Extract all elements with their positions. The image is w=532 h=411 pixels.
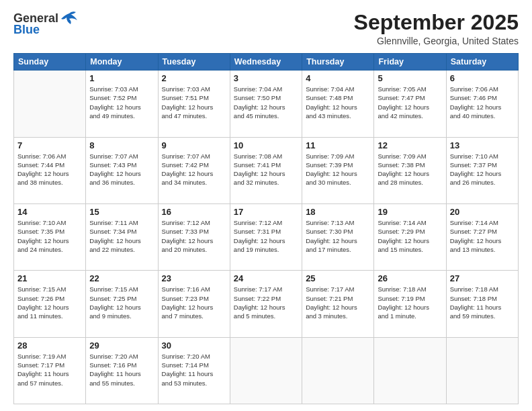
day-info-line: Daylight: 12 hours [234,170,285,177]
day-info-line: Daylight: 11 hours [450,304,502,311]
table-row: 22Sunrise: 7:15 AMSunset: 7:25 PMDayligh… [86,271,158,337]
day-info-line: Sunrise: 7:20 AM [162,353,210,360]
day-info-line: Sunrise: 7:17 AM [306,285,354,293]
day-info-line: Sunset: 7:44 PM [17,161,64,169]
day-info-line: Daylight: 12 hours [17,304,69,311]
day-info-line: Daylight: 11 hours [162,370,214,377]
day-number: 2 [162,73,226,83]
day-info-line: Sunset: 7:22 PM [234,295,281,302]
day-info-line: Sunset: 7:48 PM [306,94,353,101]
day-info-line: Sunset: 7:46 PM [450,94,497,101]
table-row [446,337,518,404]
day-info-line: Sunrise: 7:10 AM [17,219,66,226]
table-row: 26Sunrise: 7:18 AMSunset: 7:19 PMDayligh… [374,271,446,337]
day-info-line: Daylight: 12 hours [162,304,214,311]
day-info-line: Sunset: 7:38 PM [378,161,425,169]
table-row: 18Sunrise: 7:13 AMSunset: 7:30 PMDayligh… [302,203,374,270]
day-number: 12 [378,140,442,150]
table-row: 19Sunrise: 7:14 AMSunset: 7:29 PMDayligh… [374,203,446,270]
day-info-line: Sunset: 7:16 PM [89,361,136,369]
day-info-line: Sunrise: 7:14 AM [378,219,426,226]
day-number: 29 [89,340,154,351]
day-info-line: and 24 minutes. [17,246,63,253]
day-info-line: Sunrise: 7:12 AM [234,219,282,226]
day-info-line: Daylight: 12 hours [450,170,502,177]
day-number: 20 [450,207,515,217]
day-info-line: Sunset: 7:27 PM [450,228,497,235]
col-friday: Friday [374,54,446,71]
day-info-line: Sunset: 7:50 PM [234,94,281,101]
col-sunday: Sunday [14,54,86,71]
table-row: 20Sunrise: 7:14 AMSunset: 7:27 PMDayligh… [446,203,518,270]
day-number: 4 [306,73,370,83]
logo-blue-text: Blue [13,23,40,37]
day-number: 10 [234,140,298,150]
day-info-line: and 1 minute. [378,312,416,320]
table-row: 5Sunrise: 7:05 AMSunset: 7:47 PMDaylight… [374,71,446,137]
day-info: Sunrise: 7:04 AMSunset: 7:50 PMDaylight:… [234,85,298,120]
table-row: 25Sunrise: 7:17 AMSunset: 7:21 PMDayligh… [302,271,374,337]
day-info-line: and 57 minutes. [17,379,63,387]
logo-bird-icon [60,11,79,26]
day-info-line: Daylight: 12 hours [234,103,285,111]
day-info: Sunrise: 7:07 AMSunset: 7:43 PMDaylight:… [89,152,154,187]
logo: General Blue [13,11,79,37]
day-info-line: Daylight: 11 hours [17,370,69,377]
day-info-line: Sunrise: 7:20 AM [89,353,138,360]
table-row: 11Sunrise: 7:09 AMSunset: 7:39 PMDayligh… [302,137,374,203]
day-info-line: and 26 minutes. [450,179,496,186]
day-info-line: Daylight: 12 hours [89,103,141,111]
day-info-line: Daylight: 12 hours [89,237,141,244]
day-info-line: Daylight: 12 hours [450,237,502,244]
day-info-line: Sunrise: 7:07 AM [162,152,210,160]
table-row: 30Sunrise: 7:20 AMSunset: 7:14 PMDayligh… [158,337,230,404]
day-number: 8 [89,140,154,150]
day-info: Sunrise: 7:06 AMSunset: 7:46 PMDaylight:… [450,85,515,120]
table-row: 13Sunrise: 7:10 AMSunset: 7:37 PMDayligh… [446,137,518,203]
day-info-line: Daylight: 12 hours [378,170,429,177]
day-info-line: and 20 minutes. [162,246,208,253]
table-row [230,337,302,404]
month-title: September 2025 [354,11,519,34]
day-info: Sunrise: 7:20 AMSunset: 7:14 PMDaylight:… [162,352,226,387]
table-row: 2Sunrise: 7:03 AMSunset: 7:51 PMDaylight… [158,71,230,137]
day-info-line: Daylight: 12 hours [162,103,214,111]
day-number: 5 [378,73,442,83]
table-row: 6Sunrise: 7:06 AMSunset: 7:46 PMDaylight… [446,71,518,137]
day-info-line: Daylight: 12 hours [378,304,429,311]
location: Glennville, Georgia, United States [354,36,519,46]
calendar-week-3: 14Sunrise: 7:10 AMSunset: 7:35 PMDayligh… [14,203,519,270]
day-info-line: Sunrise: 7:04 AM [234,85,282,93]
day-info-line: Sunrise: 7:12 AM [162,219,210,226]
day-info-line: and 43 minutes. [306,112,351,120]
day-info-line: Sunrise: 7:15 AM [17,285,66,293]
calendar-week-1: 1Sunrise: 7:03 AMSunset: 7:52 PMDaylight… [14,71,519,137]
day-info-line: Sunset: 7:43 PM [89,161,136,169]
table-row [14,71,86,137]
day-info: Sunrise: 7:09 AMSunset: 7:38 PMDaylight:… [378,152,442,187]
day-info: Sunrise: 7:09 AMSunset: 7:39 PMDaylight:… [306,152,370,187]
day-info-line: Daylight: 12 hours [450,103,502,111]
table-row: 10Sunrise: 7:08 AMSunset: 7:41 PMDayligh… [230,137,302,203]
table-row: 8Sunrise: 7:07 AMSunset: 7:43 PMDaylight… [86,137,158,203]
day-info-line: and 49 minutes. [89,112,135,120]
day-info-line: Sunset: 7:47 PM [378,94,425,101]
table-row: 3Sunrise: 7:04 AMSunset: 7:50 PMDaylight… [230,71,302,137]
table-row: 9Sunrise: 7:07 AMSunset: 7:42 PMDaylight… [158,137,230,203]
day-info-line: Daylight: 12 hours [17,170,69,177]
table-row: 23Sunrise: 7:16 AMSunset: 7:23 PMDayligh… [158,271,230,337]
day-info-line: Sunset: 7:39 PM [306,161,353,169]
day-info: Sunrise: 7:08 AMSunset: 7:41 PMDaylight:… [234,152,298,187]
day-info-line: Sunrise: 7:09 AM [378,152,426,160]
day-number: 27 [450,273,515,283]
day-info-line: and 3 minutes. [306,312,347,320]
table-row: 15Sunrise: 7:11 AMSunset: 7:34 PMDayligh… [86,203,158,270]
day-info: Sunrise: 7:10 AMSunset: 7:37 PMDaylight:… [450,152,515,187]
day-info: Sunrise: 7:12 AMSunset: 7:31 PMDaylight:… [234,218,298,254]
table-row: 21Sunrise: 7:15 AMSunset: 7:26 PMDayligh… [14,271,86,337]
day-number: 25 [306,273,370,283]
title-section: September 2025 Glennville, Georgia, Unit… [354,11,519,46]
col-wednesday: Wednesday [230,54,302,71]
day-info-line: Sunset: 7:52 PM [89,94,136,101]
day-info: Sunrise: 7:18 AMSunset: 7:18 PMDaylight:… [450,285,515,320]
